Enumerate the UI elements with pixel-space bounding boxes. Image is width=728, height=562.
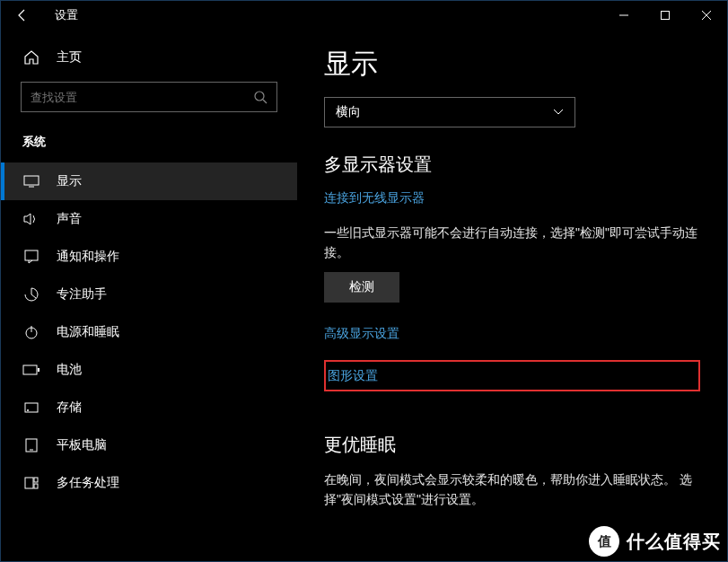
- main-content: 显示 横向 多显示器设置 连接到无线显示器 一些旧式显示器可能不会进行自动连接，…: [297, 30, 727, 561]
- maximize-button[interactable]: [645, 1, 686, 30]
- minimize-icon: [618, 10, 629, 21]
- multi-display-heading: 多显示器设置: [324, 153, 700, 177]
- battery-icon: [22, 364, 40, 375]
- svg-point-2: [255, 92, 264, 101]
- svg-line-3: [263, 100, 267, 103]
- svg-rect-1: [662, 12, 670, 20]
- svg-rect-4: [24, 176, 39, 185]
- orientation-dropdown[interactable]: 横向: [324, 97, 575, 127]
- sidebar-item-label: 声音: [57, 211, 82, 227]
- svg-rect-11: [25, 403, 38, 412]
- detect-button[interactable]: 检测: [324, 272, 399, 303]
- home-button[interactable]: 主页: [1, 40, 297, 75]
- maximize-icon: [660, 10, 671, 21]
- sidebar-item-label: 电池: [57, 362, 82, 378]
- sidebar-item-display[interactable]: 显示: [1, 162, 297, 200]
- close-icon: [701, 10, 712, 21]
- display-icon: [22, 175, 40, 188]
- sidebar-item-focus[interactable]: 专注助手: [1, 276, 297, 313]
- settings-window: 设置 主页 系统: [0, 0, 728, 562]
- advanced-display-link[interactable]: 高级显示设置: [324, 326, 700, 342]
- sidebar-item-storage[interactable]: 存储: [1, 389, 297, 426]
- svg-rect-15: [25, 478, 33, 488]
- power-icon: [22, 325, 40, 339]
- sidebar-item-label: 多任务处理: [57, 475, 119, 491]
- watermark: 值 什么值得买: [589, 526, 721, 557]
- sidebar-item-sound[interactable]: 声音: [1, 200, 297, 238]
- minimize-button[interactable]: [603, 1, 645, 30]
- sidebar-item-label: 专注助手: [57, 286, 107, 303]
- arrow-left-icon: [15, 8, 30, 22]
- detect-description: 一些旧式显示器可能不会进行自动连接，选择"检测"即可尝试手动连接。: [324, 223, 700, 263]
- dropdown-value: 横向: [336, 104, 361, 120]
- chevron-down-icon: [553, 109, 564, 116]
- home-label: 主页: [57, 49, 82, 66]
- focus-icon: [22, 287, 40, 302]
- svg-rect-9: [23, 365, 37, 374]
- sidebar-item-battery[interactable]: 电池: [1, 351, 297, 389]
- window-title: 设置: [55, 7, 78, 23]
- sound-icon: [22, 212, 40, 226]
- svg-rect-10: [38, 368, 39, 372]
- search-icon: [253, 90, 268, 104]
- wireless-display-link[interactable]: 连接到无线显示器: [324, 190, 425, 206]
- page-title: 显示: [324, 46, 700, 83]
- sidebar-item-multitask[interactable]: 多任务处理: [1, 464, 297, 502]
- watermark-text: 什么值得买: [627, 530, 721, 554]
- storage-icon: [22, 400, 40, 415]
- graphics-settings-link[interactable]: 图形设置: [328, 368, 378, 384]
- search-box[interactable]: [21, 82, 277, 112]
- svg-rect-17: [34, 484, 38, 488]
- sidebar-item-tablet[interactable]: 平板电脑: [1, 426, 297, 464]
- svg-rect-16: [34, 478, 38, 482]
- graphics-settings-highlight: 图形设置: [324, 360, 700, 391]
- sidebar-item-label: 显示: [57, 173, 82, 189]
- multitask-icon: [22, 477, 40, 489]
- svg-rect-6: [25, 250, 38, 260]
- sleep-heading: 更优睡眠: [324, 433, 700, 457]
- tablet-icon: [22, 438, 40, 452]
- sidebar-item-power[interactable]: 电源和睡眠: [1, 313, 297, 351]
- sidebar-item-label: 存储: [57, 400, 82, 416]
- title-bar: 设置: [1, 1, 727, 30]
- back-button[interactable]: [15, 8, 37, 22]
- section-label: 系统: [1, 127, 297, 162]
- watermark-badge: 值: [589, 526, 619, 557]
- sidebar-item-label: 通知和操作: [57, 249, 119, 265]
- sidebar-item-notifications[interactable]: 通知和操作: [1, 238, 297, 276]
- sidebar-item-label: 平板电脑: [57, 437, 107, 453]
- home-icon: [22, 49, 40, 66]
- search-input[interactable]: [31, 91, 253, 104]
- close-button[interactable]: [686, 1, 727, 30]
- sidebar-item-label: 电源和睡眠: [57, 324, 119, 340]
- sidebar: 主页 系统 显示 声音 通知和操作: [1, 30, 297, 561]
- notifications-icon: [22, 250, 40, 264]
- svg-point-12: [27, 409, 29, 411]
- sleep-description: 在晚间，夜间模式会显示较柔和的暖色，帮助你进入睡眠状态。 选择"夜间模式设置"进…: [324, 470, 700, 510]
